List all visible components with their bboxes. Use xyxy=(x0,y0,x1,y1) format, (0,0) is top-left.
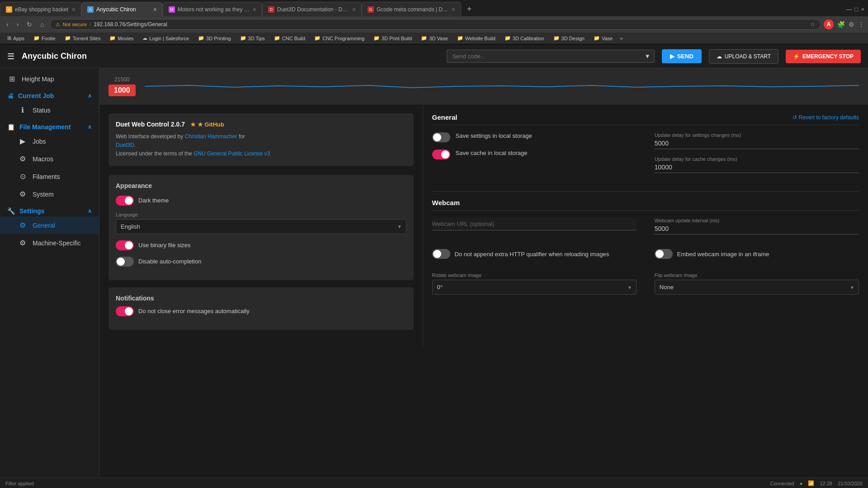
minimize-icon[interactable]: — xyxy=(846,6,852,13)
bookmark-3dprintbuild[interactable]: 📁 3D Print Build xyxy=(370,34,415,42)
webcam-interval-field: Webcam update interval (ms) 5000 xyxy=(655,218,859,242)
bookmark-movies[interactable]: 📁 Movies xyxy=(106,34,137,42)
current-job-printer-icon: 🖨 xyxy=(7,92,14,99)
status-bar: Filter applied Connected ● 📶 12:28 21/10… xyxy=(0,478,868,488)
org-link[interactable]: Duet3D xyxy=(116,142,134,148)
disable-autocomplete-toggle[interactable] xyxy=(116,257,134,267)
sidebar-section-settings[interactable]: 🔧 Settings ∧ xyxy=(0,203,99,216)
send-button[interactable]: ▶ SEND xyxy=(662,49,702,63)
save-cache-toggle[interactable] xyxy=(432,150,450,160)
bookmark-star-icon[interactable]: ☆ xyxy=(810,21,815,28)
forward-button[interactable]: › xyxy=(14,19,22,30)
sidebar-item-jobs[interactable]: ▶ Jobs xyxy=(0,132,99,150)
bookmark-3dprinting[interactable]: 📁 3D Printing xyxy=(194,34,234,42)
more-icon[interactable]: ⋮ xyxy=(858,21,864,28)
developer-link[interactable]: Christian Hammacher xyxy=(185,133,237,140)
bookmark-3dtips[interactable]: 📁 3D Tips xyxy=(236,34,269,42)
tab-close-anycubic[interactable]: × xyxy=(153,6,157,13)
webcam-embed-toggle[interactable] xyxy=(655,249,673,259)
sidebar-item-status[interactable]: ℹ Status xyxy=(0,101,99,119)
new-tab-button[interactable]: + xyxy=(463,3,476,15)
webcam-embed-row: Embed webcam image in an iframe xyxy=(655,249,859,265)
info-description: Web Interface developed by Christian Ham… xyxy=(116,132,406,159)
bookmark-vase[interactable]: 📁 Vase xyxy=(590,34,616,42)
tab-close-motors[interactable]: × xyxy=(253,6,256,13)
bookmark-3ddesign[interactable]: 📁 3D Design xyxy=(550,34,588,42)
webcam-rotate-select[interactable]: 0° 90° 180° 270° xyxy=(432,280,637,295)
address-bar[interactable]: ⚠ Not secure | 192.168.0.76/Settings/Gen… xyxy=(50,19,821,30)
reload-button[interactable]: ↻ xyxy=(24,19,35,30)
language-select-wrapper: English French German Spanish xyxy=(116,219,406,234)
home-button[interactable]: ⌂ xyxy=(38,19,47,30)
tab-close-gcode[interactable]: × xyxy=(452,6,455,13)
webcam-embed-toggle-row: Embed webcam image in an iframe xyxy=(655,249,859,259)
filaments-circle-icon: ⊙ xyxy=(18,172,27,181)
more-bookmarks-icon[interactable]: » xyxy=(618,35,625,42)
dark-theme-label: Dark theme xyxy=(138,197,169,204)
tab-duet3d[interactable]: D Duet3D Documentation - Duet3D × xyxy=(262,2,362,16)
bookmark-salesforce-label: Login | Salesforce xyxy=(149,36,189,41)
binary-files-label: Use binary file sizes xyxy=(138,242,191,249)
revert-to-defaults-button[interactable]: ↺ Revert to factory defaults xyxy=(793,114,859,121)
appearance-title: Appearance xyxy=(116,182,406,189)
bookmark-apps[interactable]: ⊞ Apps xyxy=(4,34,28,42)
gcode-dropdown-button[interactable]: ▼ xyxy=(641,50,655,63)
webcam-no-http-label: Do not append extra HTTP qualifier when … xyxy=(455,251,609,258)
general-section-title-row: General ↺ Revert to factory defaults xyxy=(432,113,859,125)
bookmark-movies-label: Movies xyxy=(118,36,133,41)
sidebar-section-file-management[interactable]: 📋 File Management ∧ xyxy=(0,119,99,132)
no-close-slider xyxy=(116,306,134,316)
tab-close-ebay[interactable]: × xyxy=(72,6,75,13)
emergency-stop-button[interactable]: ⚡ EMERGENCY STOP xyxy=(786,50,861,63)
close-icon[interactable]: × xyxy=(861,6,864,13)
tab-gcode[interactable]: G Gcode meta commands | Duet3D × xyxy=(362,2,461,16)
bookmark-footie-label: Footie xyxy=(42,36,56,41)
back-button[interactable]: ‹ xyxy=(4,19,11,30)
sidebar-section-current-job[interactable]: 🖨 Current Job ∧ xyxy=(0,88,99,101)
bookmark-3dcalib[interactable]: 📁 3D Calibration xyxy=(501,34,548,42)
sidebar-item-machine-specific[interactable]: ⚙ Machine-Specific xyxy=(0,234,99,252)
no-close-toggle[interactable] xyxy=(116,306,134,316)
bookmark-cnc-build-label: CNC Build xyxy=(282,36,305,41)
maximize-icon[interactable]: □ xyxy=(855,6,859,13)
profile-icon[interactable]: A xyxy=(824,19,834,29)
sidebar-item-height-map[interactable]: ⊞ Height Map xyxy=(0,70,99,88)
bookmark-footie[interactable]: 📁 Footie xyxy=(30,34,59,42)
save-settings-toggle[interactable] xyxy=(432,132,450,142)
tab-favicon-motors: M xyxy=(169,6,175,13)
gcode-input[interactable] xyxy=(447,50,641,63)
sidebar-item-system[interactable]: ⚙ System xyxy=(0,185,99,203)
bookmark-website[interactable]: 📁 Website Build xyxy=(453,34,499,42)
bookmark-torrent[interactable]: 📁 Torrent Sites xyxy=(61,34,104,42)
extensions-icon[interactable]: 🧩 xyxy=(837,21,845,28)
sidebar-item-macros[interactable]: ⚙ Macros xyxy=(0,150,99,168)
hamburger-menu-icon[interactable]: ☰ xyxy=(7,52,14,61)
dark-theme-slider xyxy=(116,196,134,206)
binary-files-toggle[interactable] xyxy=(116,240,134,250)
webcam-rotate-select-wrapper: 0° 90° 180° 270° xyxy=(432,280,637,295)
bookmark-salesforce[interactable]: ☁ Login | Salesforce xyxy=(139,34,193,42)
webcam-url-input[interactable] xyxy=(432,218,637,230)
github-link[interactable]: ★ ★ GitHub xyxy=(190,121,224,128)
bookmark-3dprinting-label: 3D Printing xyxy=(206,36,231,41)
license-link[interactable]: GNU General Public License v3 xyxy=(193,150,270,157)
language-select[interactable]: English French German Spanish xyxy=(116,219,406,234)
webcam-flip-select[interactable]: None Horizontal Vertical Both xyxy=(655,280,859,295)
bookmark-cnc-build[interactable]: 📁 CNC Build xyxy=(270,34,309,42)
sidebar-item-filaments[interactable]: ⊙ Filaments xyxy=(0,168,99,185)
settings-icon[interactable]: ⚙ xyxy=(849,21,854,28)
dark-theme-toggle[interactable] xyxy=(116,196,134,206)
tab-motors[interactable]: M Motors not working as they sho... × xyxy=(163,2,262,16)
bookmark-cnc-prog[interactable]: 📁 CNC Programming xyxy=(311,34,368,42)
tab-anycubic[interactable]: A Anycubic Chiron × xyxy=(81,2,163,16)
bookmark-3dvase[interactable]: 📁 3D Vase xyxy=(417,34,451,42)
webcam-url-row: Webcam update interval (ms) 5000 xyxy=(432,218,859,242)
update-delay-cache-label: Update delay for cache changes (ms) xyxy=(655,156,859,162)
dwc-version-title: Duet Web Control 2.0.7 xyxy=(116,121,185,128)
upload-button[interactable]: ☁ UPLOAD & START xyxy=(709,49,778,64)
webcam-no-http-toggle[interactable] xyxy=(432,249,450,259)
sidebar-item-general[interactable]: ⚙ General xyxy=(0,216,99,234)
tab-close-duet3d[interactable]: × xyxy=(352,6,356,13)
tab-ebay[interactable]: e eBay shopping basket × xyxy=(0,2,81,16)
jobs-play-icon: ▶ xyxy=(18,137,27,145)
